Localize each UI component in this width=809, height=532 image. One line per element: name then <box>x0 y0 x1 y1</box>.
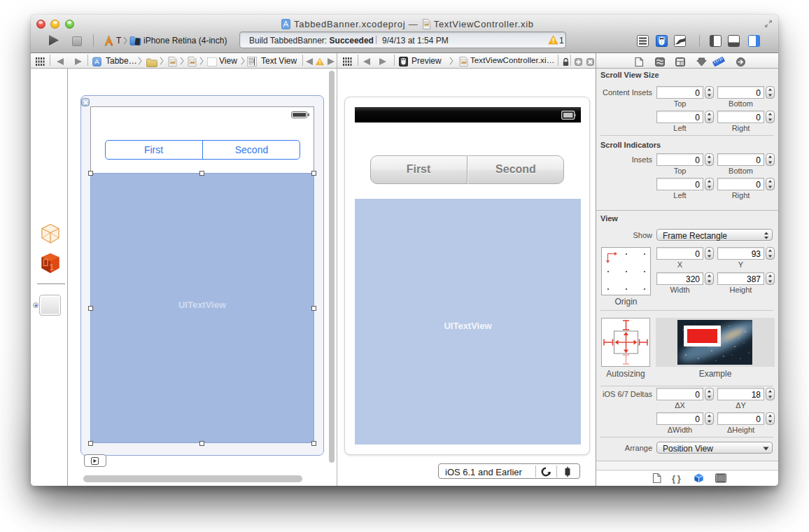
svg-text:1: 1 <box>50 262 55 272</box>
